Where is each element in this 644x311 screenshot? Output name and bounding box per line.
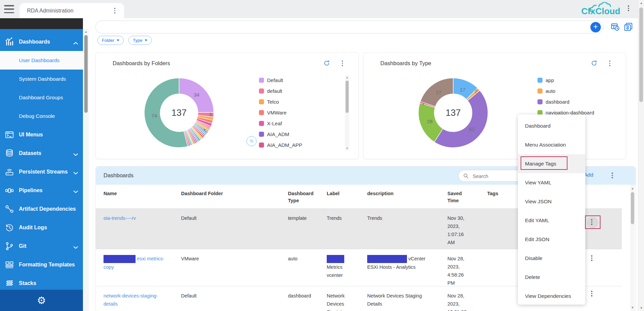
legend-swatch bbox=[259, 88, 264, 94]
topbar-kebab-icon[interactable] bbox=[628, 5, 629, 11]
global-search-input[interactable] bbox=[102, 22, 575, 32]
refresh-icon[interactable] bbox=[591, 60, 597, 67]
menu-item-view-yaml[interactable]: View YAML bbox=[518, 173, 585, 192]
sidebar-item-label: Formatting Templates bbox=[19, 262, 75, 268]
column-header-label[interactable]: Label bbox=[327, 185, 367, 208]
sidebar-item-datasets[interactable]: Datasets bbox=[0, 144, 83, 162]
sidebar-item-artifact-dependencies[interactable]: Artifact Dependencies bbox=[0, 200, 83, 218]
sidebar-item-label: User Dashboards bbox=[19, 57, 60, 63]
sidebar-item-formatting-templates[interactable]: Formatting Templates bbox=[0, 255, 83, 274]
refresh-icon[interactable] bbox=[323, 60, 330, 67]
card-kebab-icon[interactable] bbox=[342, 60, 343, 66]
legend-item-dashboard[interactable]: dashboard bbox=[537, 96, 594, 107]
redaction-box bbox=[327, 255, 344, 263]
table-scrollbar[interactable]: ▲ ▼ bbox=[630, 185, 635, 311]
cell-saved-time: Nov 30, 2023, 1:07:16 AM bbox=[447, 209, 469, 249]
scroll-up-icon[interactable]: ▲ bbox=[638, 1, 644, 5]
schedule-report-icon[interactable] bbox=[611, 22, 620, 31]
card-title: Dashboards by Type bbox=[380, 60, 431, 67]
menu-item-delete[interactable]: Delete bbox=[518, 268, 585, 287]
scroll-up-icon[interactable]: ▲ bbox=[630, 187, 635, 190]
sidebar-nav: DashboardsUser DashboardsSystem Dashboar… bbox=[0, 29, 83, 311]
sidebar-item-label: Debug Console bbox=[19, 113, 55, 119]
legend-item-app[interactable]: app bbox=[537, 75, 594, 85]
sidebar-item-dashboards[interactable]: Dashboards bbox=[0, 32, 83, 51]
save-view-icon[interactable] bbox=[624, 22, 633, 31]
sidebar-scrollbar[interactable]: ▲ bbox=[83, 29, 89, 311]
table-kebab-icon[interactable] bbox=[612, 173, 613, 178]
column-header-description[interactable]: description bbox=[367, 185, 447, 208]
type-filter-chip[interactable]: Type bbox=[128, 36, 152, 45]
card-title: Dashboards by Folders bbox=[113, 60, 170, 67]
sidebar-item-debug-console[interactable]: Debug Console bbox=[0, 107, 83, 125]
scrollbar-thumb[interactable] bbox=[631, 192, 634, 224]
legend-item-default[interactable]: Default bbox=[259, 75, 302, 85]
menu-item-view-json[interactable]: View JSON bbox=[518, 192, 585, 211]
tab-kebab-icon[interactable] bbox=[114, 8, 116, 14]
row-actions-kebab-icon[interactable] bbox=[591, 255, 592, 261]
page-scrollbar[interactable]: ▲ ▼ bbox=[638, 0, 644, 311]
sidebar-item-dashboard-groups[interactable]: Dashboard Groups bbox=[0, 88, 83, 107]
cell-folder: VMware bbox=[181, 249, 288, 287]
legend-item-aia-adm-app[interactable]: AIA_ADM_APP bbox=[259, 139, 302, 150]
sidebar-item-ui-menus[interactable]: UI Menus bbox=[0, 125, 83, 144]
scroll-up-icon[interactable]: ▲ bbox=[83, 30, 89, 33]
legend-item-telco[interactable]: Telco bbox=[259, 96, 302, 107]
legend-item-default[interactable]: default bbox=[259, 85, 302, 96]
legend-label: VMWare bbox=[267, 110, 287, 115]
sidebar-item-system-dashboards[interactable]: System Dashboards bbox=[0, 70, 83, 88]
scrollbar-thumb[interactable] bbox=[639, 7, 643, 102]
git-icon bbox=[5, 241, 14, 251]
sidebar-item-audit-logs[interactable]: Audit Logs bbox=[0, 218, 83, 237]
app-tab-title: RDA Administration bbox=[27, 8, 74, 14]
scroll-down-icon[interactable]: ▼ bbox=[345, 147, 349, 150]
menu-item-dashboard[interactable]: Dashboard bbox=[518, 116, 585, 135]
column-header-dashboard-folder[interactable]: Dashboard Folder bbox=[181, 185, 288, 208]
percent-toggle-button[interactable]: % bbox=[246, 136, 257, 146]
sidebar-item-user-dashboards[interactable]: User Dashboards bbox=[0, 51, 83, 70]
scroll-up-icon[interactable]: ▲ bbox=[345, 76, 349, 79]
menu-item-edit-json[interactable]: Edit JSON bbox=[518, 230, 585, 249]
menu-item-edit-yaml[interactable]: Edit YAML bbox=[518, 211, 585, 230]
column-header-name[interactable]: Name bbox=[104, 185, 181, 208]
scrollbar-thumb[interactable] bbox=[84, 35, 88, 113]
sidebar-item-pipelines[interactable]: Pipelines bbox=[0, 181, 83, 200]
row-actions-kebab-icon[interactable] bbox=[591, 291, 592, 296]
sidebar-item-persistent-streams[interactable]: Persistent Streams bbox=[0, 162, 83, 181]
app-tab[interactable]: RDA Administration bbox=[20, 3, 124, 18]
sidebar-item-label: Datasets bbox=[19, 150, 41, 156]
sidebar-item-label: Stacks bbox=[19, 280, 36, 286]
column-header-dashboard-type[interactable]: Dashboard Type bbox=[288, 185, 318, 208]
legend-item-vmware[interactable]: VMWare bbox=[259, 107, 302, 118]
legend-item-x-leaf[interactable]: X-Leaf bbox=[259, 118, 302, 129]
cell-label: Network Devices Staginig bbox=[327, 286, 348, 311]
column-header-saved-time[interactable]: Saved Time bbox=[447, 185, 467, 208]
legend-item-auto[interactable]: auto bbox=[537, 85, 594, 96]
folder-filter-chip[interactable]: Folder bbox=[97, 36, 124, 45]
legend-label: X-Leaf bbox=[267, 121, 282, 126]
slice-value-label: 27 bbox=[436, 89, 442, 95]
menu-item-view-dependencies[interactable]: View Dependencies bbox=[518, 287, 585, 306]
add-filter-button[interactable]: + bbox=[590, 22, 601, 32]
hamburger-menu-icon[interactable] bbox=[4, 5, 14, 13]
donut-slice-dashboard[interactable] bbox=[434, 90, 488, 148]
menu-item-disable[interactable]: Disable bbox=[518, 249, 585, 268]
legend-swatch bbox=[259, 142, 264, 148]
cell-name: oia-trends----rv bbox=[104, 209, 168, 249]
gear-icon[interactable]: ⚙ bbox=[37, 294, 46, 306]
add-dashboard-button[interactable]: Add bbox=[584, 172, 593, 178]
sidebar-item-git[interactable]: Git bbox=[0, 237, 83, 255]
scroll-down-icon[interactable]: ▼ bbox=[630, 306, 635, 309]
scroll-down-icon[interactable]: ▼ bbox=[638, 306, 644, 310]
dashboard-link[interactable]: network-devices-staging-details bbox=[104, 293, 158, 307]
chevron-up-icon bbox=[73, 40, 78, 46]
menu-item-menu-association[interactable]: Menu Association bbox=[518, 135, 585, 154]
legend-scrollbar[interactable]: ▲ ▼ bbox=[345, 75, 349, 151]
sidebar-item-label: Git bbox=[19, 243, 26, 249]
legend-item-aia-adm[interactable]: AIA_ADM bbox=[259, 129, 302, 139]
scrollbar-thumb[interactable] bbox=[346, 81, 349, 113]
dashboard-link[interactable]: oia-trends----rv bbox=[104, 215, 136, 221]
legend-label: auto bbox=[546, 88, 555, 94]
legend-label: AIA_ADM_APP bbox=[267, 142, 302, 148]
card-kebab-icon[interactable] bbox=[609, 60, 611, 66]
